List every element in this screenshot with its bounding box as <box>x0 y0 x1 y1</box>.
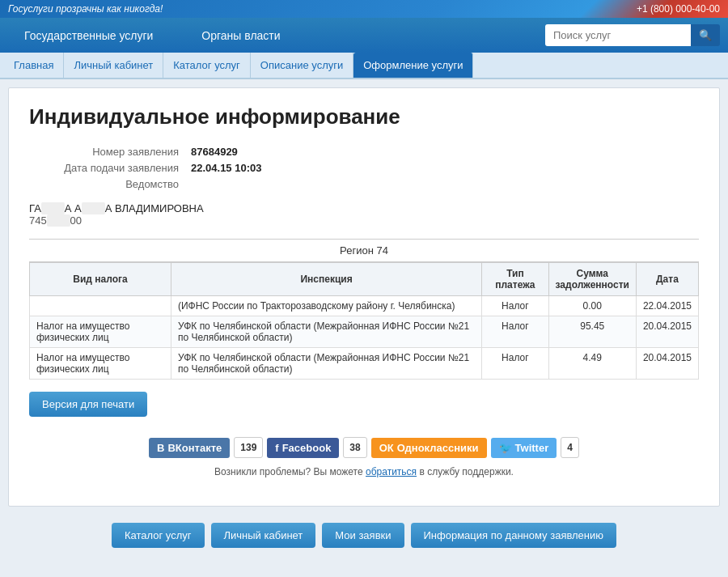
nav-authorities[interactable]: Органы власти <box>177 19 304 52</box>
bottom-cabinet-button[interactable]: Личный кабинет <box>211 523 316 548</box>
main-content: Индивидуальное информирование Номер заяв… <box>8 87 720 507</box>
ok-share-button[interactable]: ОК Одноклассники <box>371 438 487 458</box>
application-date-label: Дата подачи заявления <box>29 162 191 174</box>
person-name: ГА А А А ВЛАДИМИРОВНА <box>29 202 699 214</box>
bc-home[interactable]: Главная <box>4 53 64 78</box>
banner-phone: +1 (800) 000-40-00 <box>637 3 720 15</box>
ok-icon: ОК <box>379 442 394 454</box>
application-number-value: 87684929 <box>191 146 238 158</box>
cell-amount: 0.00 <box>548 296 636 316</box>
cell-payment-type: Налог <box>482 316 548 348</box>
cell-date: 20.04.2015 <box>636 316 698 348</box>
bc-order[interactable]: Оформление услуги <box>353 53 473 78</box>
cell-inspection: (ИФНС России по Тракторозаводскому район… <box>171 296 481 316</box>
application-number-row: Номер заявления 87684929 <box>29 146 699 158</box>
cell-tax-type: Налог на имущество физических лиц <box>30 348 171 380</box>
table-row: (ИФНС России по Тракторозаводскому район… <box>30 296 699 316</box>
cell-tax-type: Налог на имущество физических лиц <box>30 316 171 348</box>
cell-date: 20.04.2015 <box>636 348 698 380</box>
th-inspection: Инспекция <box>171 263 481 296</box>
application-date-row: Дата подачи заявления 22.04.15 10:03 <box>29 162 699 174</box>
tw-share-button[interactable]: 🐦 Twitter <box>491 438 557 458</box>
fb-icon: f <box>275 442 278 454</box>
nav-gov-services[interactable]: Государственные услуги <box>0 19 177 52</box>
tw-label: Twitter <box>515 442 549 454</box>
application-date-value: 22.04.15 10:03 <box>191 162 261 174</box>
vk-icon: В <box>157 442 164 454</box>
top-banner: Госуслуги прозрачны как никогда! +1 (800… <box>0 0 728 18</box>
social-bar: В ВКонтакте 139 f Facebook 38 ОК Однокла… <box>29 437 699 458</box>
application-number-label: Номер заявления <box>29 146 191 158</box>
bc-catalog[interactable]: Каталог услуг <box>163 53 251 78</box>
table-row: Налог на имущество физических лиц УФК по… <box>30 316 699 348</box>
region-header: Регион 74 <box>29 239 699 262</box>
cell-inspection: УФК по Челябинской области (Межрайонная … <box>171 348 481 380</box>
cell-payment-type: Налог <box>482 296 548 316</box>
cell-tax-type <box>30 296 171 316</box>
bottom-catalog-button[interactable]: Каталог услуг <box>112 523 205 548</box>
table-header-row: Вид налога Инспекция Тип платежа Суммаза… <box>30 263 699 296</box>
person-info: ГА А А А ВЛАДИМИРОВНА 745 00 <box>29 202 699 227</box>
department-label: Ведомство <box>29 178 191 190</box>
support-text: Возникли проблемы? Вы можете обратиться … <box>29 466 699 477</box>
breadcrumb: Главная Личный кабинет Каталог услуг Опи… <box>0 53 728 79</box>
page-title: Индивидуальное информирование <box>29 104 699 129</box>
th-amount: Суммазадолженности <box>548 263 636 296</box>
application-info: Номер заявления 87684929 Дата подачи зая… <box>29 146 699 190</box>
fb-count: 38 <box>343 437 366 458</box>
banner-slogan: Госуслуги прозрачны как никогда! <box>8 3 163 15</box>
cell-amount: 95.45 <box>548 316 636 348</box>
bottom-my-requests-button[interactable]: Мои заявки <box>322 523 404 548</box>
support-link[interactable]: обратиться <box>366 466 417 477</box>
cell-payment-type: Налог <box>482 348 548 380</box>
table-row: Налог на имущество физических лиц УФК по… <box>30 348 699 380</box>
search-area: 🔍 <box>537 18 728 53</box>
fb-label: Facebook <box>282 442 332 454</box>
cell-date: 22.04.2015 <box>636 296 698 316</box>
tw-count: 4 <box>561 437 579 458</box>
vk-share-button[interactable]: В ВКонтакте <box>149 438 230 458</box>
department-row: Ведомство <box>29 178 699 190</box>
cell-inspection: УФК по Челябинской области (Межрайонная … <box>171 316 481 348</box>
th-date: Дата <box>636 263 698 296</box>
print-button[interactable]: Версия для печати <box>29 392 147 417</box>
tax-table: Вид налога Инспекция Тип платежа Суммаза… <box>29 262 699 380</box>
bottom-nav: Каталог услуг Личный кабинет Мои заявки … <box>0 515 728 556</box>
bottom-request-info-button[interactable]: Информация по данному заявлению <box>411 523 617 548</box>
person-inn: 745 00 <box>29 214 699 227</box>
tw-icon: 🐦 <box>499 442 512 454</box>
ok-label: Одноклассники <box>397 442 479 454</box>
main-nav: Государственные услуги Органы власти 🔍 <box>0 18 728 53</box>
cell-amount: 4.49 <box>548 348 636 380</box>
bc-description[interactable]: Описание услуги <box>251 53 353 78</box>
search-input[interactable] <box>545 24 691 46</box>
bc-cabinet[interactable]: Личный кабинет <box>64 53 163 78</box>
vk-label: ВКонтакте <box>167 442 222 454</box>
vk-count: 139 <box>234 437 263 458</box>
th-payment-type: Тип платежа <box>482 263 548 296</box>
search-button[interactable]: 🔍 <box>691 24 720 46</box>
th-tax-type: Вид налога <box>30 263 171 296</box>
fb-share-button[interactable]: f Facebook <box>267 438 339 458</box>
